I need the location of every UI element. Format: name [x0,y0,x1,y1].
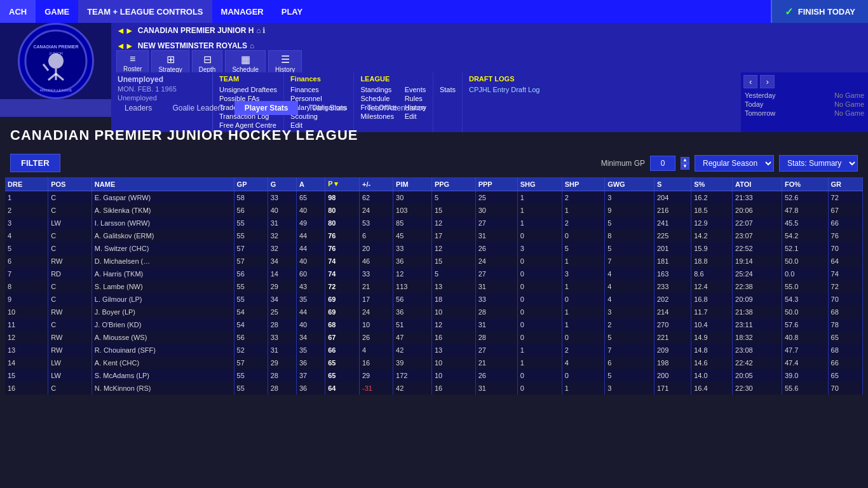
col-p[interactable]: P ▾ [325,177,360,191]
nav-left-arrow2[interactable]: ◄ [116,41,125,51]
table-row[interactable]: 2CA. Siklenka (TKM)564040802410315301192… [5,204,863,217]
table-cell: 2 [562,344,604,356]
table-cell: C [48,293,92,306]
col-gr[interactable]: GR [828,177,862,191]
col-name[interactable]: NAME [92,177,234,191]
finish-today-button[interactable]: ✓ FINISH TODAY [771,0,868,23]
col-pos[interactable]: POS [48,177,92,191]
col-atoi[interactable]: ATOI [733,177,782,191]
col-dre[interactable]: DRE [5,177,48,191]
table-cell: 27 [475,344,517,356]
table-cell: 13 [431,280,475,293]
nav-manager[interactable]: MANAGER [212,0,273,23]
team2-home-icon[interactable]: ⌂ [250,41,254,50]
table-row[interactable]: 1CE. Gaspar (WRW)58336598623052512320416… [5,191,863,205]
tab-player-stats[interactable]: Player Stats [234,101,299,115]
col-g[interactable]: G [268,177,296,191]
prev-button[interactable]: ‹ [743,75,757,88]
table-cell: 1 [517,344,562,356]
table-row[interactable]: 16CN. McKinnon (RS)55283664-314216310131… [5,382,863,395]
table-row[interactable]: 9CL. Gilmour (LP)55343569175618330042021… [5,293,863,306]
table-cell: 241 [654,217,691,229]
manager-status: Unemployed [118,75,206,84]
stats-select[interactable]: Stats: Summary [779,155,858,172]
table-cell: 40 [296,204,325,217]
table-row[interactable]: 15LWS. McAdams (LP)552837652917210260052… [5,369,863,382]
col-shg[interactable]: SHG [517,177,562,191]
menu-finances[interactable]: Finances [290,85,347,94]
table-cell: 31 [475,280,517,293]
menu-stats[interactable]: Stats [440,85,456,94]
table-cell: 40 [296,318,325,331]
team1-home-icon[interactable]: ⌂ [256,26,261,35]
gp-up-button[interactable]: ▲ [681,157,689,163]
season-select[interactable]: Regular Season [695,155,774,172]
col-shp[interactable]: SHP [562,177,604,191]
table-cell: 45 [393,229,432,242]
filter-button[interactable]: FILTER [10,154,60,172]
menu-unsigned-draftees[interactable]: Unsigned Draftees [219,85,277,94]
col-gwg[interactable]: GWG [605,177,654,191]
col-ppp[interactable]: PPP [475,177,517,191]
table-cell: 1 [562,280,604,293]
table-row[interactable]: 11CJ. O'Brien (KD)5428406810511231012270… [5,318,863,331]
stats-menu: Stats [433,72,463,132]
col-a[interactable]: A [296,177,325,191]
tab-goalie-leaders[interactable]: Goalie Leaders [162,101,234,115]
today-row: Today No Game [743,100,865,109]
table-cell: 0 [517,229,562,242]
nav-game[interactable]: GAME [36,0,78,23]
table-cell: 3 [5,217,48,229]
table-row[interactable]: 8CS. Lambe (NW)5529437221113133101423312… [5,280,863,293]
table-row[interactable]: 12RWA. Miousse (WS)563334672647162800522… [5,331,863,344]
team1-link[interactable]: CANADIAN PREMIER JUNIOR H [138,26,254,35]
table-cell: 16.4 [691,382,733,395]
nav-left-arrow[interactable]: ◄ [116,25,125,36]
table-cell: 28 [268,369,296,382]
nav-team-league[interactable]: TEAM + LEAGUE CONTROLS [78,0,212,23]
gp-down-button[interactable]: ▼ [681,163,689,170]
draft-logs-link[interactable]: CPJHL Entry Draft Log [469,86,539,93]
table-cell: 20:06 [733,204,782,217]
team1-info-icon[interactable]: ℹ [262,26,266,35]
nav-right-arrow2[interactable]: ► [125,41,134,51]
table-row[interactable]: 7RDA. Harris (TKM)5614607433125270341638… [5,268,863,280]
table-cell: J. O'Brien (KD) [92,318,234,331]
col-s[interactable]: S [654,177,691,191]
table-cell: RW [48,344,92,356]
team2-link[interactable]: NEW WESTMINSTER ROYALS [138,41,247,50]
table-row[interactable]: 10RWJ. Boyer (LP)54254469243610280132141… [5,306,863,318]
table-row[interactable]: 3LWI. Larsson (WRW)553149805385122712524… [5,217,863,229]
col-spct[interactable]: S% [691,177,733,191]
table-cell: 3 [605,306,654,318]
table-row[interactable]: 6RWD. Michaelsen (…573440744636152401718… [5,255,863,268]
table-row[interactable]: 4CA. Galitskov (ERM)55324476645173100822… [5,229,863,242]
tab-team-stats[interactable]: Team Stats [298,101,356,115]
tab-leaders[interactable]: Leaders [114,101,162,115]
menu-standings[interactable]: Standings [360,85,397,94]
nav-right-arrow[interactable]: ► [125,25,134,36]
col-fopct[interactable]: FO% [782,177,828,191]
nav-play[interactable]: PLAY [273,0,311,23]
col-gp[interactable]: GP [234,177,268,191]
nav-ach[interactable]: ACH [0,0,36,23]
table-cell: 171 [654,382,691,395]
col-plusminus[interactable]: +/- [359,177,393,191]
table-cell: 31 [268,344,296,356]
table-cell: C [48,242,92,255]
tab-team-attendance[interactable]: Team Attendance [357,101,437,115]
col-ppg[interactable]: PPG [431,177,475,191]
min-gp-input[interactable] [650,156,675,171]
menu-events[interactable]: Events [405,85,426,94]
table-cell: 15 [5,369,48,382]
table-row[interactable]: 13RWR. Chouinard (SFF)523135664421327127… [5,344,863,356]
table-row[interactable]: 5CM. Switzer (CHC)5732447620331226355201… [5,242,863,255]
table-cell: 35 [296,293,325,306]
roster-button[interactable]: ≡ Roster [116,50,149,76]
next-button[interactable]: › [760,75,774,88]
table-cell: 0 [517,382,562,395]
col-pim[interactable]: PIM [393,177,432,191]
table-row[interactable]: 14LWA. Kent (CHC)57293665163910211461981… [5,356,863,369]
table-cell: C [48,191,92,205]
table-cell: 55 [234,369,268,382]
